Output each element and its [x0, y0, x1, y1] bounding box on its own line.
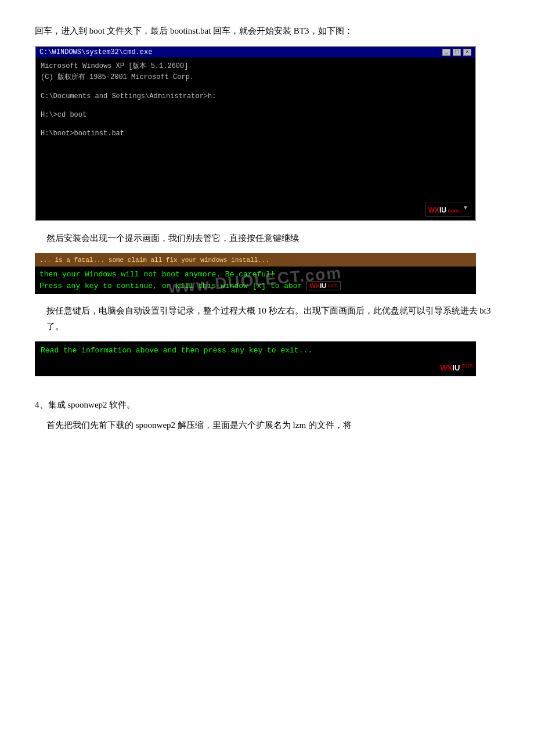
- wxiu-badge-read: WXIU.com: [440, 362, 472, 373]
- section-4-text: 首先把我们先前下载的 spoonwep2 解压缩，里面是六个扩展名为 lzm 的…: [46, 420, 352, 430]
- read-line: Read the information above and then pres…: [41, 346, 470, 355]
- minimize-button[interactable]: _: [442, 49, 450, 56]
- cmd-window: C:\WINDOWS\system32\cmd.exe _ □ × Micros…: [35, 46, 476, 221]
- wxiu-inline-warn: WXIU.com: [306, 281, 340, 290]
- restore-button[interactable]: □: [453, 49, 461, 56]
- cmd-line-8: H:\boot>bootinst.bat: [41, 129, 470, 138]
- warn-terminal: ... is a fatal... some claim all fix you…: [35, 253, 476, 294]
- wxiu-badge-cmd: WXIU.com ▼: [425, 203, 471, 217]
- section-4-title: 4、集成 spoonwep2 软件。: [35, 400, 135, 409]
- after-cmd-text: 然后安装会出现一个提示画面，我们别去管它，直接按任意键继续: [46, 233, 299, 243]
- cmd-line-2: (C) 版权所有 1985-2001 Microsoft Corp.: [41, 72, 470, 82]
- cmd-body: Microsoft Windows XP [版本 5.1.2600] (C) 版…: [36, 57, 475, 220]
- cmd-line-5: [41, 102, 470, 110]
- warn-body: www.DUOLECT.com then your Windows will n…: [35, 267, 476, 294]
- after-warn-text: 按任意键后，电脑会自动设置引导记录，整个过程大概 10 秒左右。出现下面画面后，…: [46, 306, 490, 331]
- intro-text: 回车，进入到 boot 文件夹下，最后 bootinst.bat 回车，就会开始…: [35, 26, 353, 35]
- cmd-line-7: [41, 120, 470, 128]
- cmd-title-text: C:\WINDOWS\system32\cmd.exe: [39, 48, 152, 56]
- after-warn-paragraph: 按任意键后，电脑会自动设置引导记录，整个过程大概 10 秒左右。出现下面画面后，…: [46, 303, 499, 334]
- cmd-line-3: [41, 83, 470, 91]
- cmd-line-4: C:\Documents and Settings\Administrator>…: [41, 92, 470, 100]
- after-cmd-paragraph: 然后安装会出现一个提示画面，我们别去管它，直接按任意键继续: [46, 231, 499, 246]
- read-terminal: Read the information above and then pres…: [35, 341, 476, 376]
- warn-overlay-text: ... is a fatal... some claim all fix you…: [39, 257, 269, 264]
- cmd-titlebar: C:\WINDOWS\system32\cmd.exe _ □ ×: [36, 47, 475, 57]
- warn-line-1: then your Windows will not boot anymore.…: [39, 270, 471, 279]
- cmd-titlebar-buttons: _ □ ×: [442, 49, 471, 56]
- warn-line-2: Press any key to continue, or kill this …: [39, 281, 471, 290]
- cmd-line-1: Microsoft Windows XP [版本 5.1.2600]: [41, 61, 470, 71]
- section-4-paragraph: 首先把我们先前下载的 spoonwep2 解压缩，里面是六个扩展名为 lzm 的…: [46, 417, 499, 433]
- section-4-number: 4、集成 spoonwep2 软件。: [35, 399, 499, 411]
- close-button[interactable]: ×: [463, 49, 471, 56]
- cmd-line-6: H:\>cd boot: [41, 111, 470, 119]
- intro-paragraph: 回车，进入到 boot 文件夹下，最后 bootinst.bat 回车，就会开始…: [35, 23, 499, 39]
- warn-overlay: ... is a fatal... some claim all fix you…: [35, 253, 476, 267]
- warn-line-2-text: Press any key to continue, or kill this …: [39, 282, 302, 290]
